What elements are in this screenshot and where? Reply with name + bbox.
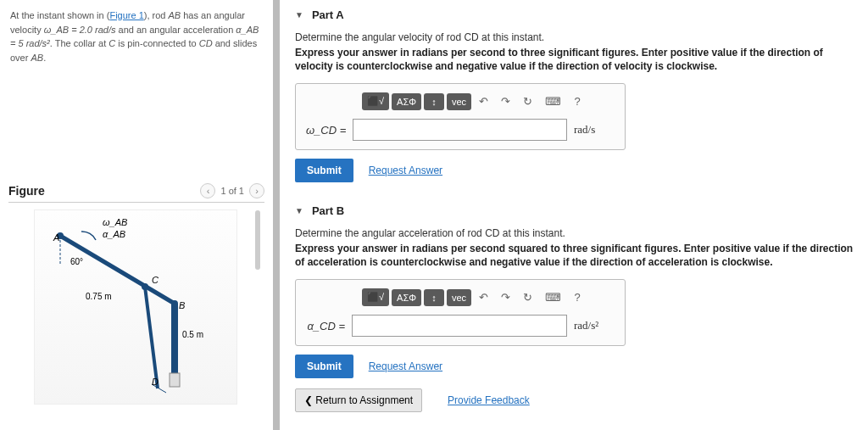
part-b-submit-button[interactable]: Submit <box>295 355 353 378</box>
caret-down-icon: ▼ <box>295 206 303 215</box>
greek-button[interactable]: ΑΣΦ <box>392 289 421 306</box>
left-sidebar: At the instant shown in (Figure 1), rod … <box>0 0 280 430</box>
svg-text:C: C <box>152 275 159 285</box>
part-b-unit: rad/s² <box>574 319 615 332</box>
reset-button[interactable]: ↻ <box>518 288 537 306</box>
figure-page-indicator: 1 of 1 <box>220 186 244 196</box>
svg-text:0.75 m: 0.75 m <box>86 292 112 301</box>
part-b-answer-box: ⬛√ ΑΣΦ ↕ vec ↶ ↷ ↻ ⌨ ? α_CD = rad/s² <box>295 279 626 346</box>
problem-statement: At the instant shown in (Figure 1), rod … <box>0 0 273 73</box>
equation-toolbar-b: ⬛√ ΑΣΦ ↕ vec ↶ ↷ ↻ ⌨ ? <box>296 288 625 315</box>
subsup-button[interactable]: ↕ <box>424 93 444 110</box>
part-b-var-label: α_CD = <box>306 320 345 332</box>
figure-section: Figure ‹ 1 of 1 › <box>0 183 273 405</box>
part-a-var-label: ω_CD = <box>306 124 346 137</box>
svg-text:60°: 60° <box>70 257 83 266</box>
vec-button[interactable]: vec <box>447 93 471 110</box>
part-b-answer-input[interactable] <box>352 315 567 337</box>
figure-prev-button[interactable]: ‹ <box>200 183 215 198</box>
svg-line-0 <box>60 236 175 304</box>
svg-text:B: B <box>179 300 185 310</box>
svg-rect-7 <box>170 373 180 387</box>
part-a-request-answer-link[interactable]: Request Answer <box>369 165 442 176</box>
part-b-prompt: Determine the angular acceleration of ro… <box>295 227 858 239</box>
mechanism-svg: ω_AB α_AB A B C D 60° 0.75 m 0.5 m <box>35 210 238 405</box>
part-a-title: Part A <box>312 8 344 21</box>
svg-text:0.5 m: 0.5 m <box>182 330 203 339</box>
omega-ab-value: ω_AB = 2.0 rad/s <box>44 25 116 35</box>
vec-button[interactable]: vec <box>447 289 471 306</box>
caret-down-icon: ▼ <box>295 10 303 20</box>
svg-text:A: A <box>53 232 59 243</box>
reset-button[interactable]: ↻ <box>518 92 537 110</box>
scrollbar-thumb[interactable] <box>255 210 260 270</box>
equation-toolbar-a: ⬛√ ΑΣΦ ↕ vec ↶ ↷ ↻ ⌨ ? <box>296 92 625 119</box>
svg-line-2 <box>145 287 158 388</box>
svg-point-6 <box>171 300 178 307</box>
part-a-answer-box: ⬛√ ΑΣΦ ↕ vec ↶ ↷ ↻ ⌨ ? ω_CD = rad/s <box>295 83 626 150</box>
redo-button[interactable]: ↷ <box>496 92 515 110</box>
undo-button[interactable]: ↶ <box>474 92 493 110</box>
part-b-request-answer-link[interactable]: Request Answer <box>369 360 442 372</box>
svg-point-5 <box>142 283 148 290</box>
main-content: ▼ Part A Determine the angular velocity … <box>280 0 868 430</box>
undo-button[interactable]: ↶ <box>474 288 493 306</box>
figure-pager: ‹ 1 of 1 › <box>200 183 264 198</box>
part-b-instructions: Express your answer in radians per secon… <box>295 243 858 269</box>
svg-text:D: D <box>152 377 159 387</box>
part-a-header[interactable]: ▼ Part A <box>295 5 858 25</box>
redo-button[interactable]: ↷ <box>496 288 515 306</box>
keyboard-button[interactable]: ⌨ <box>540 288 566 306</box>
figure-diagram: ω_AB α_AB A B C D 60° 0.75 m 0.5 m <box>34 209 237 405</box>
part-a-prompt: Determine the angular velocity of rod CD… <box>295 31 858 43</box>
figure-link[interactable]: Figure 1 <box>109 10 143 20</box>
part-a-submit-button[interactable]: Submit <box>295 159 353 182</box>
figure-next-button[interactable]: › <box>249 183 264 198</box>
part-b-header[interactable]: ▼ Part B <box>295 201 858 221</box>
help-button[interactable]: ? <box>569 288 586 306</box>
templates-button[interactable]: ⬛√ <box>362 92 389 110</box>
provide-feedback-link[interactable]: Provide Feedback <box>448 394 530 406</box>
return-to-assignment-button[interactable]: ❮ Return to Assignment <box>295 388 422 412</box>
help-button[interactable]: ? <box>569 92 586 110</box>
part-a-answer-input[interactable] <box>353 119 567 141</box>
keyboard-button[interactable]: ⌨ <box>540 92 566 110</box>
greek-button[interactable]: ΑΣΦ <box>392 93 421 110</box>
part-a-instructions: Express your answer in radians per secon… <box>295 47 858 73</box>
templates-button[interactable]: ⬛√ <box>362 288 389 306</box>
figure-title: Figure <box>8 184 45 198</box>
svg-text:α_AB: α_AB <box>103 229 125 239</box>
subsup-button[interactable]: ↕ <box>424 289 444 306</box>
part-b-title: Part B <box>312 204 344 217</box>
svg-text:ω_AB: ω_AB <box>103 217 127 227</box>
part-a-unit: rad/s <box>574 123 615 137</box>
